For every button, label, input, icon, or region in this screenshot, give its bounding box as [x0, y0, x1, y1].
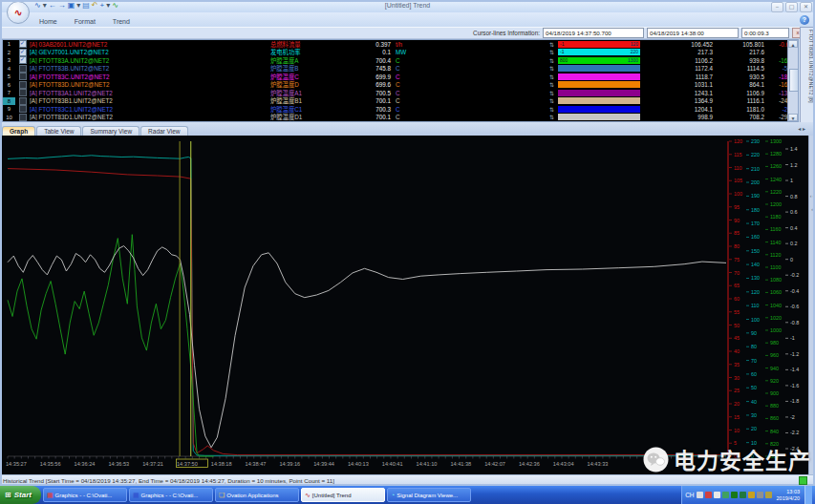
start-button[interactable]: ⊞ Start: [0, 486, 41, 504]
row-checkbox[interactable]: ✓: [19, 40, 27, 48]
tray-dark-green-icon[interactable]: [731, 492, 738, 498]
table-row[interactable]: 9[A] FTOTT83C1.UNIT2@NET2炉膛温度C1700.3C⇅12…: [3, 105, 798, 114]
tray-green-cube-icon[interactable]: [722, 492, 729, 498]
scale-icon[interactable]: ⇅: [546, 74, 558, 80]
scale-bar[interactable]: -1220: [558, 49, 640, 55]
scale-icon[interactable]: ⇅: [546, 114, 558, 120]
row-number: 1: [3, 40, 15, 49]
trend-icon[interactable]: ∿: [34, 1, 41, 10]
row-checkbox[interactable]: [19, 73, 27, 80]
scale-bar[interactable]: [558, 114, 640, 120]
close-button[interactable]: ✕: [800, 2, 812, 12]
show-desktop-button[interactable]: [804, 486, 812, 504]
row-checkbox[interactable]: ✓: [19, 49, 27, 56]
y-tick-label: 0: [790, 257, 793, 262]
taskbar-button[interactable]: ▦Graphics - - C:\Ovati...: [129, 488, 213, 502]
scale-icon[interactable]: ⇅: [546, 81, 558, 88]
row-checkbox[interactable]: [19, 97, 27, 105]
cursor2-time-field[interactable]: 04/18/2019 14:38:00: [647, 28, 739, 38]
dropdown-icon[interactable]: ▾: [43, 1, 47, 10]
app-button-trend-logo-icon[interactable]: ∿: [7, 1, 30, 24]
table-scrollbar[interactable]: ▲ ▼: [787, 40, 798, 121]
scale-icon[interactable]: ⇅: [546, 90, 558, 96]
cursor2-value: 1116.1: [713, 97, 764, 104]
scroll-up-icon[interactable]: ▲: [788, 40, 798, 48]
dropdown-icon[interactable]: ▾: [76, 1, 80, 10]
scroll-down-icon[interactable]: ▼: [788, 114, 798, 121]
tab-nav-arrows-icon[interactable]: ◂ ▸: [798, 125, 805, 132]
taskbar-button[interactable]: ∿[Untitled] Trend: [301, 488, 385, 502]
tab-radar-view[interactable]: Radar View: [140, 126, 187, 136]
scale-bar[interactable]: -1120: [558, 41, 640, 48]
scale-bar[interactable]: [558, 106, 640, 113]
table-row[interactable]: 1✓[A] 03AB2601.UNIT2@NET2总燃料流量0.397t/h⇅-…: [3, 40, 798, 49]
cursor-delta-field[interactable]: 0:00:09.3: [741, 28, 789, 38]
cursor1-time-field[interactable]: 04/18/2019 14:37:50.700: [543, 28, 644, 38]
right-dock-strip[interactable]: ‹ ‹ ‹: [808, 136, 815, 474]
dropdown-icon[interactable]: ▾: [106, 1, 110, 10]
scale-icon[interactable]: ⇅: [546, 65, 558, 72]
table-row[interactable]: 8[A] FTOTT83B1.UNIT2@NET2炉膛温度B1700.1C⇅13…: [3, 97, 798, 106]
taskbar-clock[interactable]: 13:03 2019/4/20: [777, 489, 800, 501]
tray-orange-icon[interactable]: [748, 492, 755, 498]
report-icon[interactable]: ▤: [82, 1, 90, 10]
ribbon-tab-home[interactable]: Home: [31, 16, 66, 27]
taskbar-button[interactable]: ◔Signal Diagram Viewe...: [387, 488, 471, 502]
ribbon-tab-trend[interactable]: Trend: [104, 16, 139, 27]
tray-red-icon[interactable]: [705, 492, 712, 498]
back-arrow-icon[interactable]: ←: [49, 1, 56, 10]
scale-icon[interactable]: ⇅: [546, 41, 558, 48]
taskbar-button[interactable]: ▦Graphics - - C:\Ovati...: [43, 488, 127, 502]
table-row[interactable]: 6[A] FTOTT83D.UNIT2@NET2炉膛温度D699.6C⇅1031…: [3, 81, 798, 90]
tab-graph[interactable]: Graph: [2, 126, 35, 136]
tray-gold-icon[interactable]: [765, 492, 772, 498]
scale-bar[interactable]: [558, 74, 640, 80]
y-tick-label: 70: [734, 270, 740, 276]
table-row[interactable]: 2✓[A] GEVJT001.UNIT2@NET2发电机功率0.1MW⇅-122…: [3, 49, 798, 57]
row-checkbox[interactable]: [19, 105, 27, 113]
undo-icon[interactable]: ↶: [92, 1, 98, 10]
ribbon-tab-format[interactable]: Format: [66, 16, 104, 27]
scrollbar-thumb[interactable]: [789, 69, 799, 92]
taskbar-button[interactable]: ❏Ovation Applications: [215, 488, 299, 502]
minimize-button[interactable]: −: [771, 2, 783, 12]
scale-icon[interactable]: ⇅: [546, 49, 558, 55]
tray-gray-icon[interactable]: [757, 492, 763, 498]
scale-icon[interactable]: ⇅: [546, 57, 558, 64]
tray-flag-icon[interactable]: [714, 492, 720, 498]
y-axis-green: 1300128012601240122012001180116011401120…: [765, 138, 782, 459]
trend-green-icon[interactable]: ∿: [112, 1, 118, 10]
forward-arrow-icon[interactable]: →: [58, 1, 66, 10]
maximize-button[interactable]: ▢: [785, 2, 798, 12]
scale-bar[interactable]: [558, 90, 640, 96]
row-checkbox[interactable]: [19, 114, 27, 121]
tray-printer-icon[interactable]: [697, 492, 703, 498]
scale-bar[interactable]: [558, 97, 640, 104]
row-checkbox[interactable]: [19, 65, 27, 73]
y-tick-label: 1140: [770, 240, 782, 245]
scale-bar[interactable]: [558, 65, 640, 72]
table-row[interactable]: 3✓[A] FTOTT83A.UNIT2@NET2炉膛温度A700.4C⇅800…: [3, 56, 798, 65]
add-icon[interactable]: +: [100, 1, 105, 10]
table-row[interactable]: 7[A] FTOTT83A1.UNIT2@NET2炉膛温度A1700.5C⇅12…: [3, 89, 798, 97]
scale-icon[interactable]: ⇅: [546, 106, 558, 113]
status-bar: Historical Trend [Start Time = 04/18/201…: [0, 474, 815, 486]
row-checkbox[interactable]: [19, 81, 27, 89]
tab-table-view[interactable]: Table View: [36, 126, 81, 136]
input-language-indicator[interactable]: CH: [685, 492, 694, 498]
tab-summary-view[interactable]: Summary View: [82, 126, 139, 136]
tray-binoculars-icon[interactable]: [740, 492, 746, 498]
table-row[interactable]: 5[A] FTOTT83C.UNIT2@NET2炉膛温度C699.9C⇅1118…: [3, 73, 798, 81]
scale-bar[interactable]: 8001300: [558, 57, 640, 64]
table-row[interactable]: 4[A] FTOTT83B.UNIT2@NET2炉膛温度B745.8C⇅1172…: [3, 65, 798, 74]
window-icon[interactable]: ▣: [68, 1, 75, 10]
selected-point-side-tab[interactable]: FTOTT83B1.UNIT2@NET2 [8]: [800, 27, 815, 123]
help-icon[interactable]: ?: [800, 15, 809, 25]
scale-icon[interactable]: ⇅: [546, 97, 558, 104]
scale-bar-cell: [558, 65, 640, 72]
row-checkbox[interactable]: ✓: [19, 56, 27, 64]
table-row[interactable]: 10[A] FTOTT83D1.UNIT2@NET2炉膛温度D1700.1C⇅9…: [3, 114, 798, 122]
row-checkbox[interactable]: [19, 89, 27, 96]
y-tick-label: 85: [734, 230, 740, 236]
scale-bar[interactable]: [558, 81, 640, 88]
